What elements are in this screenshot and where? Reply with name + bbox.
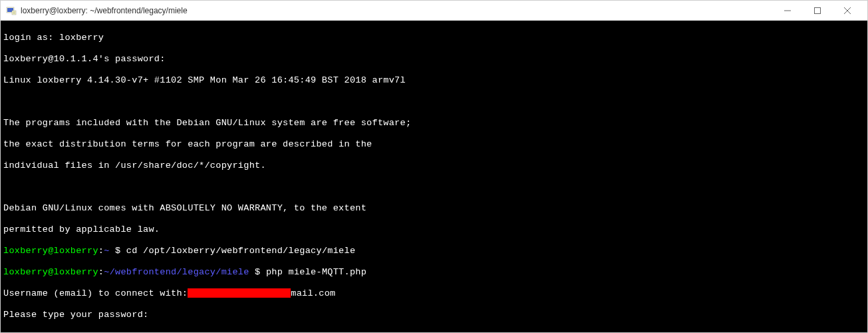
putty-icon	[6, 5, 17, 16]
svg-rect-6	[814, 7, 820, 13]
terminal-area[interactable]: login as: loxberry loxberry@10.1.1.4's p…	[1, 21, 867, 332]
terminal-line: individual files in /usr/share/doc/*/cop…	[3, 161, 865, 171]
terminal-line: Debian GNU/Linux comes with ABSOLUTELY N…	[3, 203, 865, 214]
prompt-path: ~	[104, 246, 109, 256]
prompt-user: loxberry@loxberry	[3, 246, 98, 256]
terminal-line: Linux loxberry 4.14.30-v7+ #1102 SMP Mon…	[3, 75, 865, 86]
window-controls	[772, 1, 862, 20]
terminal-line: permitted by applicable law.	[3, 224, 865, 235]
redaction: x	[188, 288, 291, 298]
terminal-line: the exact distribution terms for each pr…	[3, 139, 865, 150]
q-user-post: mail.com	[291, 288, 335, 298]
window-title: loxberry@loxberry: ~/webfrontend/legacy/…	[21, 6, 772, 15]
close-button[interactable]	[832, 1, 862, 20]
terminal-line: The programs included with the Debian GN…	[3, 118, 865, 129]
prompt-path: ~/webfrontend/legacy/miele	[104, 267, 249, 277]
terminal-line: Please state country in the form of "no-…	[3, 331, 865, 332]
putty-window: loxberry@loxberry: ~/webfrontend/legacy/…	[0, 0, 868, 333]
prompt-line: loxberry@loxberry:~ $ cd /opt/loxberry/w…	[3, 246, 865, 256]
terminal-line: login as: loxberry	[3, 33, 865, 43]
maximize-button[interactable]	[802, 1, 832, 20]
titlebar[interactable]: loxberry@loxberry: ~/webfrontend/legacy/…	[1, 1, 867, 21]
q-user-pre: Username (email) to connect with:	[3, 288, 188, 298]
prompt-cmd: $ cd /opt/loxberry/webfrontend/legacy/mi…	[110, 246, 356, 256]
prompt-cmd: $ php miele-MQTT.php	[249, 267, 366, 277]
prompt-line: loxberry@loxberry:~/webfrontend/legacy/m…	[3, 267, 865, 278]
svg-rect-2	[12, 11, 16, 15]
prompt-user: loxberry@loxberry	[3, 267, 98, 277]
terminal-line: Please type your password:	[3, 310, 865, 320]
terminal-line: Username (email) to connect with:xmail.c…	[3, 288, 865, 299]
minimize-button[interactable]	[772, 1, 802, 20]
prompt-sep: :	[98, 246, 104, 256]
terminal-line: loxberry@10.1.1.4's password:	[3, 54, 865, 65]
terminal-line	[3, 97, 865, 107]
terminal-line	[3, 182, 865, 192]
prompt-sep: :	[98, 267, 104, 277]
